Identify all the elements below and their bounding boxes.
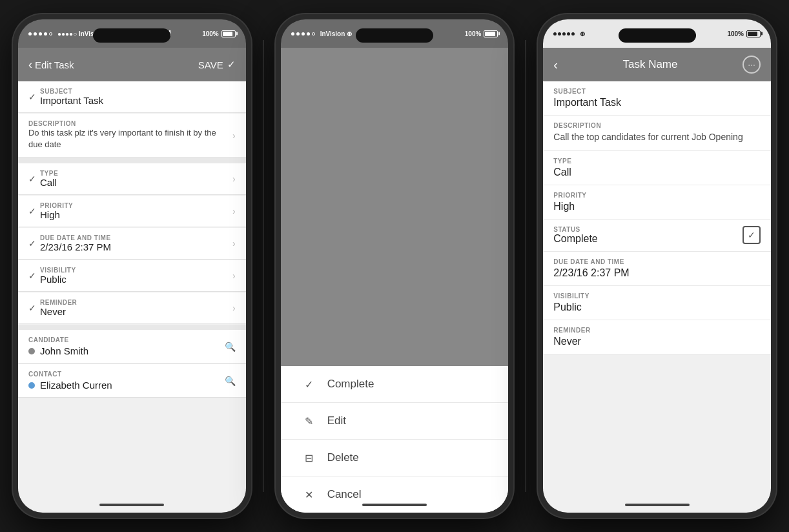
detail-type-value: Call (553, 167, 761, 178)
action-cancel[interactable]: ✕ Cancel (281, 476, 509, 513)
field-priority-content: PRIORITY High (40, 202, 73, 220)
detail-vis-label: VISIBILITY (553, 292, 761, 300)
status-left-3: ⊕ (553, 30, 585, 37)
wifi-icon-3: ⊕ (580, 30, 585, 37)
cont-search-icon[interactable]: 🔍 (225, 376, 236, 386)
nav-back-label: Edit Task (35, 59, 74, 70)
detail-priority: PRIORITY High (543, 185, 771, 220)
phone-separator-2 (525, 40, 526, 492)
field-priority[interactable]: ✓ PRIORITY High › (18, 196, 246, 227)
carrier-label-2: InVision ⊕ (320, 30, 353, 37)
back-chevron-icon: ‹ (28, 58, 32, 72)
time-display-3: 9:41 AM (642, 29, 671, 38)
more-button-3[interactable]: ··· (743, 56, 761, 74)
check-icon-priority: ✓ (28, 206, 36, 216)
field-visibility[interactable]: ✓ VISIBILITY Public › (18, 260, 246, 292)
check-icon-remind: ✓ (28, 303, 36, 313)
action-sheet: ✓ Complete ✎ Edit ⊟ Delete ✕ Cancel (281, 366, 509, 513)
check-icon-subject: ✓ (28, 92, 36, 102)
status-bar-1: ●●●●○ InVision ⊕ 8:00 PM 100% (18, 19, 246, 48)
status-bar-2: InVision ⊕ 8:00 PM 100% (281, 19, 509, 48)
field-type-inner: ✓ TYPE Call (28, 170, 230, 188)
desc-label: DESCRIPTION (28, 120, 230, 127)
battery-icon-1 (221, 30, 236, 37)
phone-separator-1 (263, 40, 264, 492)
battery-icon-2 (484, 30, 498, 37)
type-value: Call (40, 177, 58, 188)
action-edit[interactable]: ✎ Edit (281, 403, 509, 440)
edit-label: Edit (327, 414, 346, 427)
candidate-dot-icon (28, 348, 35, 354)
edit-icon: ✎ (302, 415, 317, 427)
detail-visibility: VISIBILITY Public (543, 286, 771, 320)
nav-title-3: Task Name (622, 58, 677, 71)
detail-description: DESCRIPTION Call the top candidates for … (543, 116, 771, 151)
screen-body-3: SUBJECT Important Task DESCRIPTION Call … (543, 81, 771, 513)
field-contact: CONTACT Elizabeth Curren 🔍 (18, 364, 246, 398)
status-check-icon[interactable]: ✓ (743, 226, 761, 244)
detail-remind-value: Never (553, 336, 761, 347)
field-candidate: CANDIDATE John Smith 🔍 (18, 330, 246, 363)
detail-desc-value: Call the top candidates for current Job … (553, 131, 761, 144)
cand-search-icon[interactable]: 🔍 (225, 342, 236, 352)
detail-subject: SUBJECT Important Task (543, 81, 771, 116)
divider-1 (18, 158, 246, 163)
save-button[interactable]: SAVE ✓ (198, 59, 236, 70)
field-reminder[interactable]: ✓ REMINDER Never › (18, 292, 246, 324)
delete-icon: ⊟ (302, 452, 317, 464)
detail-subject-label: SUBJECT (553, 88, 761, 95)
vis-label: VISIBILITY (40, 267, 76, 274)
field-cand-content: CANDIDATE John Smith (28, 336, 222, 356)
field-remind-inner: ✓ REMINDER Never (28, 299, 230, 317)
subject-label: SUBJECT (40, 88, 103, 95)
screen-body-2: ✓ Complete ✎ Edit ⊟ Delete ✕ Cancel (281, 48, 509, 513)
back-button-3[interactable]: ‹ (553, 57, 558, 72)
phone-1: ●●●●○ InVision ⊕ 8:00 PM 100% ‹ Edit Tas… (13, 14, 251, 518)
field-cand-inner: CANDIDATE John Smith (28, 336, 222, 356)
due-value: 2/23/16 2:37 PM (40, 241, 111, 252)
subject-value[interactable]: Important Task (40, 95, 103, 106)
desc-value[interactable]: Do this task plz it's very important to … (28, 127, 230, 150)
field-subject-content: SUBJECT Important Task (40, 88, 103, 106)
action-complete[interactable]: ✓ Complete (281, 366, 509, 403)
field-type[interactable]: ✓ TYPE Call › (18, 163, 246, 195)
due-label: DUE DATE AND TIME (40, 234, 111, 241)
phone-3: ⊕ 9:41 AM 100% ‹ Task Name ··· SUBJECT I… (538, 14, 776, 518)
detail-subject-value: Important Task (553, 97, 761, 108)
detail-due-value: 2/23/16 2:37 PM (553, 267, 761, 279)
cancel-icon: ✕ (302, 489, 317, 501)
more-dots-icon: ··· (748, 59, 755, 70)
back-button-1[interactable]: ‹ Edit Task (28, 58, 74, 72)
time-display-2: 8:00 PM (394, 29, 423, 38)
detail-due-label: DUE DATE AND TIME (553, 258, 761, 265)
divider-2 (18, 325, 246, 330)
battery-icon-3 (746, 30, 761, 37)
cancel-label: Cancel (327, 488, 362, 501)
contact-dot-icon (28, 382, 35, 389)
detail-status-content: STATUS Complete (553, 226, 597, 245)
cand-value[interactable]: John Smith (40, 345, 88, 356)
cont-value[interactable]: Elizabeth Curren (40, 380, 112, 391)
action-delete[interactable]: ⊟ Delete (281, 440, 509, 476)
status-bar-3: ⊕ 9:41 AM 100% (543, 19, 771, 48)
priority-chevron-icon: › (232, 206, 236, 216)
detail-priority-value: High (553, 201, 761, 212)
detail-reminder: REMINDER Never (543, 320, 771, 354)
type-chevron-icon: › (232, 174, 236, 184)
field-subject: ✓ SUBJECT Important Task (18, 81, 246, 113)
field-vis-inner: ✓ VISIBILITY Public (28, 267, 230, 285)
battery-area-1: 100% (202, 30, 236, 37)
field-subject-inner: ✓ SUBJECT Important Task (28, 88, 236, 106)
field-due-inner: ✓ DUE DATE AND TIME 2/23/16 2:37 PM (28, 234, 230, 252)
remind-label: REMINDER (40, 299, 77, 306)
field-cont-content: CONTACT Elizabeth Curren (28, 371, 222, 391)
signal-dots-3 (553, 32, 575, 36)
signal-dots (28, 32, 52, 36)
field-due-date[interactable]: ✓ DUE DATE AND TIME 2/23/16 2:37 PM › (18, 228, 246, 260)
screen-body-1: ✓ SUBJECT Important Task DESCRIPTION Do … (18, 81, 246, 513)
type-label: TYPE (40, 170, 58, 177)
check-icon-due: ✓ (28, 238, 36, 249)
field-desc-content: DESCRIPTION Do this task plz it's very i… (28, 120, 230, 150)
vis-chevron-icon: › (232, 271, 236, 281)
detail-vis-value: Public (553, 302, 761, 313)
